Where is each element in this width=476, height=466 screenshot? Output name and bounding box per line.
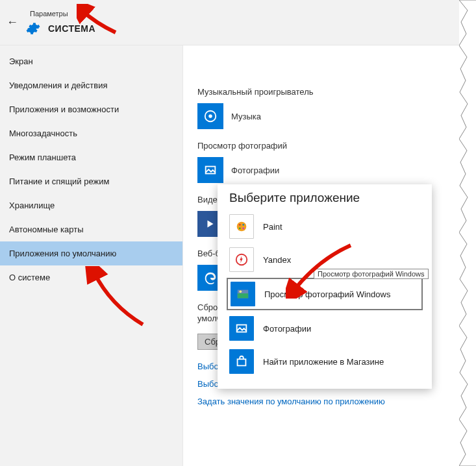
sidebar-item-label: Приложения по умолчанию: [9, 249, 116, 258]
popup-item-label: Найти приложение в Магазине: [263, 357, 384, 367]
popup-item-label: Фотографии: [263, 324, 311, 334]
svg-point-3: [237, 222, 247, 232]
back-button[interactable]: ←: [6, 16, 26, 29]
default-app-label: Музыка: [231, 112, 261, 121]
music-icon: [197, 103, 223, 129]
sidebar-item-label: Уведомления и действия: [9, 80, 108, 90]
yandex-icon: [229, 247, 254, 272]
page-title: СИСТЕМА: [48, 23, 95, 34]
svg-point-11: [240, 291, 242, 293]
breadcrumb: Параметры: [26, 10, 95, 18]
sidebar-item-label: Автономные карты: [9, 225, 84, 234]
sidebar-item-storage[interactable]: Хранилище: [0, 193, 182, 217]
svg-point-7: [242, 227, 244, 229]
popup-item-label: Yandex: [263, 255, 291, 265]
sidebar-item-about[interactable]: О системе: [0, 265, 182, 289]
svg-rect-10: [238, 293, 249, 298]
photos-icon: [197, 157, 223, 183]
popup-item-label: Просмотр фотографий Windows: [264, 289, 390, 299]
sidebar-item-label: Питание и спящий режим: [9, 177, 109, 186]
sidebar-item-display[interactable]: Экран: [0, 49, 182, 73]
sidebar-item-label: Многозадачность: [9, 129, 77, 138]
sidebar-item-label: Приложения и возможности: [9, 104, 119, 114]
photo-viewer-icon: [231, 282, 255, 306]
default-app-photos[interactable]: Фотографии: [197, 157, 462, 183]
sidebar-item-default-apps[interactable]: Приложения по умолчанию: [0, 241, 182, 265]
header: ← Параметры СИСТЕМА: [0, 0, 476, 45]
popup-item-store[interactable]: Найти приложение в Магазине: [227, 347, 423, 376]
section-photos: Просмотр фотографий: [197, 141, 462, 151]
svg-point-5: [242, 224, 244, 226]
store-icon: [229, 349, 254, 374]
sidebar-item-power-sleep[interactable]: Питание и спящий режим: [0, 169, 182, 193]
photos-app-icon: [229, 316, 254, 341]
section-music: Музыкальный проигрыватель: [197, 87, 462, 97]
popup-item-label: Paint: [263, 222, 282, 232]
sidebar-item-notifications[interactable]: Уведомления и действия: [0, 73, 182, 97]
default-app-label: Фотографии: [231, 166, 279, 175]
sidebar-item-tablet-mode[interactable]: Режим планшета: [0, 145, 182, 169]
svg-point-6: [239, 227, 241, 229]
gear-icon: [26, 21, 40, 36]
popup-item-photo-viewer[interactable]: Просмотр фотографий Windows Просмотр фот…: [227, 278, 423, 310]
sidebar-item-apps-features[interactable]: Приложения и возможности: [0, 97, 182, 121]
sidebar-item-label: Режим планшета: [9, 153, 76, 162]
tooltip: Просмотр фотографий Windows: [314, 269, 429, 279]
sidebar-item-label: Экран: [9, 56, 33, 66]
sidebar-item-offline-maps[interactable]: Автономные карты: [0, 217, 182, 241]
svg-point-4: [239, 224, 241, 226]
sidebar-item-multitasking[interactable]: Многозадачность: [0, 121, 182, 145]
sidebar-item-label: Хранилище: [9, 201, 55, 210]
default-app-music[interactable]: Музыка: [197, 103, 462, 129]
torn-edge: [459, 0, 476, 466]
sidebar: Экран Уведомления и действия Приложения …: [0, 45, 183, 466]
paint-icon: [229, 214, 254, 239]
popup-title: Выберите приложение: [227, 191, 423, 205]
svg-rect-2: [206, 167, 216, 174]
sidebar-item-label: О системе: [9, 273, 50, 282]
app-chooser-popup: Выберите приложение Paint Yandex Просмот…: [218, 184, 432, 389]
link-by-app[interactable]: Задать значения по умолчанию по приложен…: [197, 397, 462, 406]
popup-item-paint[interactable]: Paint: [227, 212, 423, 241]
popup-item-photos[interactable]: Фотографии: [227, 313, 423, 343]
svg-rect-12: [237, 325, 247, 332]
svg-point-1: [208, 114, 212, 118]
